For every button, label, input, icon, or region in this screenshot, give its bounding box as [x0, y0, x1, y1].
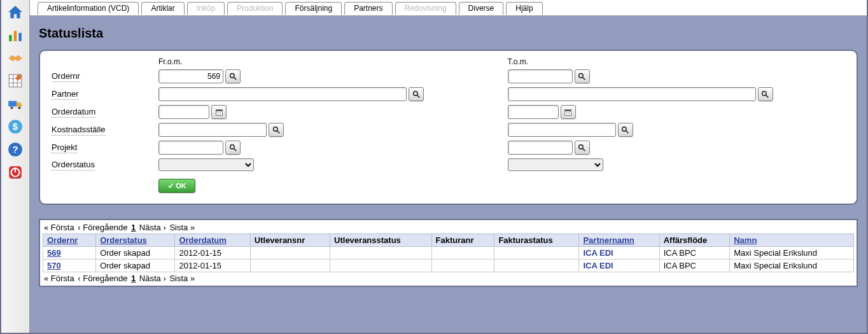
svg-rect-19: [216, 109, 222, 111]
from-orderstatus-select[interactable]: [158, 158, 254, 171]
pager-first[interactable]: « Första: [44, 223, 74, 232]
to-ordernr-input[interactable]: [508, 69, 573, 83]
calendar-to-orderdatum[interactable]: [561, 105, 576, 119]
lookup-from-kostnad[interactable]: [269, 123, 284, 137]
th-ordernr[interactable]: Ordernr: [43, 234, 96, 247]
svg-point-22: [273, 127, 277, 131]
to-orderstatus-select[interactable]: [508, 158, 603, 171]
th-utleveransnr[interactable]: Utleveransnr: [250, 234, 330, 247]
tab-redovisning: Redovisning: [395, 2, 456, 15]
truck-icon[interactable]: [6, 94, 25, 113]
pager-next-b[interactable]: Nästa ›: [139, 274, 166, 283]
lookup-to-ordernr[interactable]: [575, 69, 590, 83]
svg-text:?: ?: [12, 144, 18, 155]
tab-partners[interactable]: Partners: [344, 2, 392, 15]
lookup-to-projekt[interactable]: [575, 141, 590, 155]
th-fakturastatus[interactable]: Fakturastatus: [494, 234, 579, 247]
label-ordernr: Ordernr: [52, 71, 80, 82]
svg-point-15: [579, 73, 584, 78]
from-ordernr-input[interactable]: [158, 69, 223, 83]
cell-namn: Maxi Special Erikslund: [730, 247, 854, 260]
lookup-from-partner[interactable]: [409, 87, 424, 101]
cell-orderstatus: Order skapad: [96, 260, 175, 272]
pager-prev-b[interactable]: ‹ Föregående: [78, 274, 127, 283]
tab-produktion: Produktion: [227, 2, 283, 15]
pager-current-b: 1: [131, 274, 136, 283]
lookup-from-ordernr[interactable]: [225, 69, 241, 83]
svg-rect-13: [15, 167, 16, 172]
cell-fakturastatus: [494, 260, 579, 272]
table-row: 570Order skapad2012-01-15ICA EDIICA BPCM…: [43, 260, 854, 272]
cell-utleveransstatus: [330, 260, 432, 272]
dollar-icon[interactable]: $: [6, 117, 25, 136]
filter-panel: Fr.o.m. T.o.m. Ordernr Partner Orderdatu…: [39, 50, 858, 205]
cell-orderdatum: 2012-01-15: [175, 260, 250, 272]
to-projekt-input[interactable]: [508, 141, 573, 155]
th-fakturanr[interactable]: Fakturanr: [431, 234, 494, 247]
pager-current: 1: [131, 223, 136, 232]
cell-ordernr[interactable]: 569: [43, 247, 96, 260]
tab-forsaljning[interactable]: Försäljning: [285, 2, 342, 15]
ok-button[interactable]: OK: [158, 179, 195, 193]
spreadsheet-icon[interactable]: [6, 71, 25, 90]
pager-last-b[interactable]: Sista »: [169, 274, 195, 283]
cell-partnernamn[interactable]: ICA EDI: [579, 260, 659, 272]
cell-utleveransnr: [250, 247, 330, 260]
home-icon[interactable]: [6, 3, 25, 22]
th-namn[interactable]: Namn: [730, 234, 854, 247]
th-orderstatus[interactable]: Orderstatus: [96, 234, 175, 247]
cell-fakturanr: [431, 247, 494, 260]
label-orderstatus: Orderstatus: [52, 160, 95, 170]
power-icon[interactable]: [6, 163, 25, 182]
th-affarsflode[interactable]: Affärsflöde: [659, 234, 730, 247]
pager-first-b[interactable]: « Första: [44, 274, 74, 283]
table-row: 569Order skapad2012-01-15ICA EDIICA BPCM…: [43, 247, 854, 260]
ok-button-label: OK: [176, 182, 186, 190]
tab-artiklar[interactable]: Artiklar: [141, 2, 184, 15]
cell-affarsflode: ICA BPC: [659, 260, 730, 272]
label-partner: Partner: [52, 89, 79, 100]
cell-fakturanr: [431, 260, 494, 272]
svg-point-14: [230, 73, 234, 78]
svg-rect-0: [9, 35, 11, 41]
svg-point-6: [18, 106, 20, 109]
from-orderdatum-input[interactable]: [158, 105, 209, 119]
to-kostnad-input[interactable]: [508, 123, 616, 137]
to-partner-input[interactable]: [508, 87, 756, 101]
svg-rect-4: [8, 101, 17, 107]
cell-partnernamn[interactable]: ICA EDI: [579, 247, 659, 260]
cell-orderdatum: 2012-01-15: [175, 247, 250, 260]
lookup-from-projekt[interactable]: [225, 141, 241, 155]
top-tabs: Artikelinformation (VCD) Artiklar Inköp …: [30, 0, 867, 16]
handshake-icon[interactable]: [6, 48, 25, 67]
from-kostnad-input[interactable]: [158, 123, 267, 137]
calendar-from-orderdatum[interactable]: [211, 105, 227, 119]
pager-next[interactable]: Nästa ›: [139, 223, 166, 232]
th-orderdatum[interactable]: Orderdatum: [175, 234, 250, 247]
pager-last[interactable]: Sista »: [169, 223, 195, 232]
svg-point-24: [230, 144, 234, 149]
th-utleveransstatus[interactable]: Utleveransstatus: [330, 234, 432, 247]
tab-inkop: Inköp: [187, 2, 225, 15]
tab-hjalp[interactable]: Hjälp: [506, 2, 542, 15]
from-partner-input[interactable]: [158, 87, 407, 101]
to-orderdatum-input[interactable]: [508, 105, 559, 119]
label-kostnad: Kostnadsställe: [52, 125, 106, 136]
svg-rect-1: [14, 31, 17, 41]
from-projekt-input[interactable]: [158, 141, 223, 155]
svg-point-5: [10, 106, 13, 109]
cell-ordernr[interactable]: 570: [43, 260, 96, 272]
column-header-to: T.o.m.: [508, 57, 846, 66]
th-partnernamn[interactable]: Partnernamn: [579, 234, 659, 247]
tab-diverse[interactable]: Diverse: [459, 2, 504, 15]
pager-prev[interactable]: ‹ Föregående: [78, 223, 127, 232]
lookup-to-partner[interactable]: [758, 87, 773, 101]
tab-artikelinformation[interactable]: Artikelinformation (VCD): [38, 2, 139, 15]
results-table: Ordernr Orderstatus Orderdatum Utleveran…: [43, 233, 854, 272]
pager-bottom: « Första ‹ Föregående 1 Nästa › Sista »: [43, 272, 854, 284]
help-icon[interactable]: ?: [6, 140, 25, 159]
chart-icon[interactable]: [6, 25, 25, 45]
lookup-to-kostnad[interactable]: [618, 123, 633, 137]
label-projekt: Projekt: [52, 143, 77, 153]
cell-affarsflode: ICA BPC: [659, 247, 730, 260]
